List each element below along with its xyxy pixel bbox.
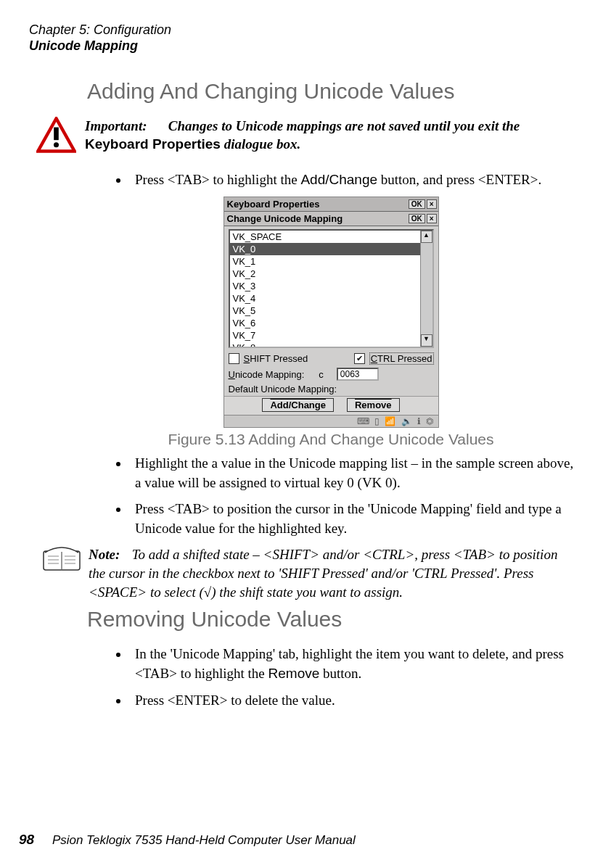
list-item[interactable]: VK_SPACE <box>230 231 432 243</box>
unicode-value-input[interactable]: 0063 <box>337 368 379 381</box>
list-item[interactable]: VK_5 <box>230 305 432 317</box>
inner-titlebar: Change Unicode Mapping OK × <box>224 212 438 226</box>
list-item[interactable]: VK_1 <box>230 255 432 268</box>
important-block: Important: Changes to Unicode mappings a… <box>85 117 575 154</box>
list-item[interactable]: VK_7 <box>230 329 432 342</box>
unicode-char: c <box>319 369 324 380</box>
bullet-2: Highlight the a value in the Unicode map… <box>129 454 575 492</box>
note-label: Note: <box>89 545 128 564</box>
page-number: 98 <box>19 832 34 847</box>
shift-checkbox[interactable] <box>229 353 239 364</box>
svg-point-2 <box>54 142 59 147</box>
list-item[interactable]: VK_4 <box>230 292 432 305</box>
note-icon <box>42 545 81 576</box>
add-change-button[interactable]: Add/Change <box>262 398 334 412</box>
svg-rect-1 <box>54 127 59 140</box>
section-header: Unicode Mapping <box>29 38 582 54</box>
list-item[interactable]: VK_2 <box>230 268 432 280</box>
screenshot-mock: Keyboard Properties OK × Change Unicode … <box>224 197 439 428</box>
list-item[interactable]: VK_3 <box>230 280 432 292</box>
unicode-mapping-label: Unicode Mapping: <box>229 369 305 380</box>
footer: 98 Psion Teklogix 7535 Hand-Held Compute… <box>19 832 356 848</box>
bullet-5: Press <ENTER> to delete the value. <box>129 691 575 711</box>
outer-titlebar: Keyboard Properties OK × <box>224 197 438 212</box>
inner-ok-button[interactable]: OK <box>409 214 425 223</box>
bullet-4: In the 'Unicode Mapping' tab, highlight … <box>129 645 575 683</box>
inner-title: Change Unicode Mapping <box>226 213 407 224</box>
bullet-1-text-a: Press <TAB> to highlight the <box>135 172 300 187</box>
heading-adding: Adding And Changing Unicode Values <box>87 79 575 104</box>
scrollbar[interactable]: ▲ ▼ <box>420 231 432 347</box>
bullet-3: Press <TAB> to position the cursor in th… <box>129 500 575 538</box>
important-text-2: dialogue box. <box>221 136 300 152</box>
system-tray: ⌨ ▯ 📶 🔈 ℹ ⏣ <box>224 415 438 427</box>
list-item[interactable]: VK_0 <box>230 243 432 255</box>
remove-button[interactable]: Remove <box>347 398 400 412</box>
bullet-4-text-b: button. <box>319 666 361 681</box>
add-change-inline: Add/Change <box>300 172 377 187</box>
ctrl-checkbox[interactable]: ✔ <box>354 353 365 364</box>
warning-icon <box>36 117 76 156</box>
bullet-1-text-b: button, and press <ENTER>. <box>377 172 541 187</box>
ctrl-label: CTRL Pressed <box>369 352 434 365</box>
manual-title: Psion Teklogix 7535 Hand-Held Computer U… <box>52 833 356 847</box>
important-label: Important: <box>85 117 165 136</box>
outer-title: Keyboard Properties <box>226 199 407 210</box>
figure-caption: Figure 5.13 Adding And Change Unicode Va… <box>87 431 575 448</box>
important-text-1: Changes to Unicode mappings are not save… <box>168 118 520 133</box>
bullet-1: Press <TAB> to highlight the Add/Change … <box>129 170 575 190</box>
heading-removing: Removing Unicode Values <box>87 607 575 632</box>
inner-close-button[interactable]: × <box>427 214 437 223</box>
list-item[interactable]: VK_6 <box>230 317 432 329</box>
outer-close-button[interactable]: × <box>427 199 437 209</box>
default-mapping-label: Default Unicode Mapping: <box>229 384 337 394</box>
scroll-up-icon[interactable]: ▲ <box>421 231 432 243</box>
chapter-header: Chapter 5: Configuration <box>29 22 582 38</box>
list-item[interactable]: VK_8 <box>230 342 432 348</box>
remove-inline: Remove <box>268 666 320 681</box>
shift-label: SHIFT Pressed <box>244 353 308 364</box>
note-text: To add a shifted state – <SHIFT> and/or … <box>89 547 557 599</box>
scroll-down-icon[interactable]: ▼ <box>421 334 432 347</box>
note-block: Note: To add a shifted state – <SHIFT> a… <box>89 545 575 601</box>
outer-ok-button[interactable]: OK <box>409 199 425 209</box>
vk-listbox[interactable]: VK_SPACE VK_0 VK_1 VK_2 VK_3 VK_4 VK_5 V… <box>229 229 434 348</box>
important-kbd-prop: Keyboard Properties <box>85 136 221 152</box>
